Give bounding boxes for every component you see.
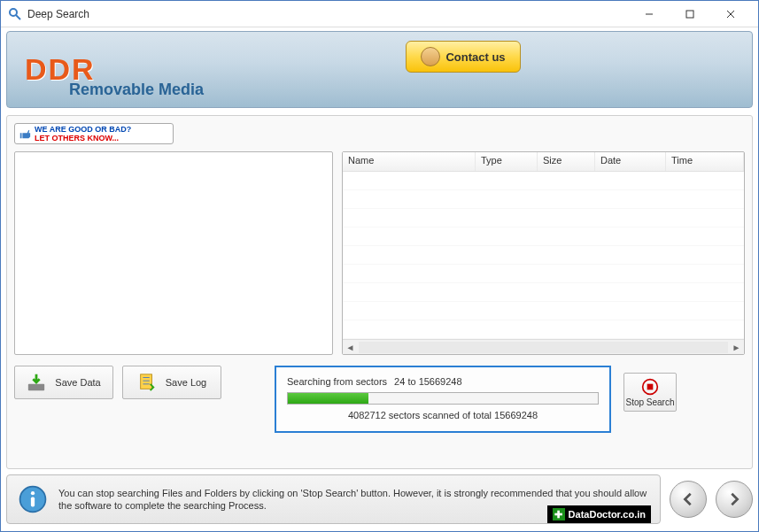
footer: You can stop searching Files and Folders… (6, 474, 753, 524)
feedback-line1: WE ARE GOOD OR BAD? (35, 125, 131, 134)
svg-line-1 (16, 15, 20, 19)
back-button[interactable] (670, 481, 707, 518)
svg-rect-7 (140, 374, 151, 389)
info-icon (18, 484, 48, 514)
progress-fill (288, 393, 368, 404)
cross-icon: ✚ (553, 508, 565, 520)
progress-scanned: 4082712 (348, 410, 386, 420)
minimize-button[interactable] (629, 1, 670, 27)
tree-pane[interactable] (14, 151, 333, 355)
progress-bar (287, 392, 599, 405)
file-list-pane: Name Type Size Date Time ◄ ► (342, 151, 745, 355)
watermark-text: DataDoctor.co.in (569, 509, 646, 520)
save-data-button[interactable]: Save Data (14, 366, 113, 399)
main-panel: WE ARE GOOD OR BAD? LET OTHERS KNOW... N… (6, 115, 753, 469)
scroll-left-icon[interactable]: ◄ (343, 340, 358, 355)
column-date[interactable]: Date (595, 152, 666, 171)
progress-range: 24 to 15669248 (394, 376, 461, 387)
header-banner: DDR Removable Media Contact us (6, 31, 753, 108)
svg-rect-15 (31, 497, 35, 506)
app-icon (8, 7, 22, 21)
save-data-icon (27, 373, 46, 392)
hint-box: You can stop searching Files and Folders… (6, 474, 661, 524)
forward-button[interactable] (716, 481, 753, 518)
column-time[interactable]: Time (666, 152, 744, 171)
feedback-line2: LET OTHERS KNOW... (35, 134, 131, 143)
feedback-badge[interactable]: WE ARE GOOD OR BAD? LET OTHERS KNOW... (14, 123, 174, 144)
progress-label: Searching from sectors (287, 376, 387, 387)
arrow-right-icon (726, 491, 742, 507)
horizontal-scrollbar[interactable]: ◄ ► (343, 339, 744, 354)
progress-total: 15669248 (494, 410, 538, 420)
list-header: Name Type Size Date Time (343, 152, 744, 172)
window-title: Deep Search (27, 8, 629, 20)
thumbs-up-icon (19, 127, 31, 140)
svg-rect-6 (28, 384, 44, 390)
svg-point-14 (31, 491, 35, 495)
list-body[interactable] (343, 172, 744, 339)
person-icon (421, 47, 440, 66)
scroll-right-icon[interactable]: ► (729, 340, 744, 355)
close-button[interactable] (710, 1, 751, 27)
svg-rect-12 (647, 383, 654, 389)
titlebar: Deep Search (1, 1, 758, 27)
stop-search-label: Stop Search (625, 397, 674, 407)
contact-label: Contact us (445, 50, 505, 64)
save-data-label: Save Data (55, 377, 100, 388)
logo-subtitle: Removable Media (69, 81, 204, 99)
progress-panel: Searching from sectors 24 to 15669248 40… (275, 366, 611, 433)
save-log-icon (137, 373, 157, 392)
scrollbar-track[interactable] (359, 342, 728, 353)
progress-mid: sectors scanned of total (389, 410, 492, 420)
svg-rect-3 (686, 11, 693, 18)
column-name[interactable]: Name (343, 152, 476, 171)
save-log-button[interactable]: Save Log (122, 366, 221, 399)
maximize-button[interactable] (670, 1, 710, 27)
watermark: ✚ DataDoctor.co.in (547, 505, 651, 523)
save-log-label: Save Log (166, 377, 206, 388)
stop-search-button[interactable]: Stop Search (623, 373, 677, 412)
stop-icon (641, 378, 659, 396)
svg-point-0 (10, 9, 17, 16)
column-size[interactable]: Size (538, 152, 595, 171)
column-type[interactable]: Type (476, 152, 538, 171)
arrow-left-icon (680, 491, 696, 507)
contact-us-button[interactable]: Contact us (406, 41, 521, 73)
